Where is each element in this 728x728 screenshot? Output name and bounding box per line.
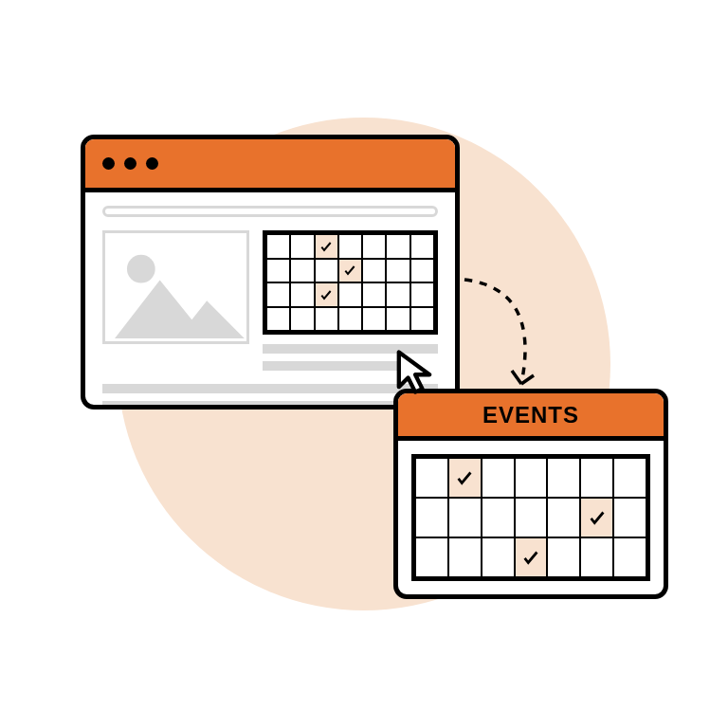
text-line bbox=[102, 384, 438, 393]
image-placeholder-icon bbox=[102, 230, 249, 344]
check-icon bbox=[449, 459, 481, 497]
window-control-dot[interactable] bbox=[124, 157, 136, 170]
events-panel: EVENTS bbox=[393, 389, 668, 599]
url-bar[interactable] bbox=[102, 206, 438, 217]
svg-marker-1 bbox=[115, 281, 245, 338]
events-calendar-grid[interactable] bbox=[411, 454, 650, 581]
mini-calendar[interactable] bbox=[263, 230, 438, 335]
window-control-dot[interactable] bbox=[102, 157, 115, 170]
check-icon bbox=[316, 235, 337, 258]
content-row bbox=[102, 230, 438, 371]
check-icon bbox=[581, 499, 612, 537]
text-line bbox=[102, 401, 438, 410]
check-icon bbox=[516, 538, 547, 576]
browser-titlebar bbox=[85, 139, 455, 192]
check-icon bbox=[316, 283, 337, 306]
text-line bbox=[263, 361, 399, 371]
window-control-dot[interactable] bbox=[146, 157, 158, 170]
check-icon bbox=[339, 260, 361, 282]
cursor-icon bbox=[389, 346, 440, 401]
placeholder-lines bbox=[102, 384, 438, 410]
events-title-label: EVENTS bbox=[482, 402, 579, 428]
svg-point-0 bbox=[127, 255, 155, 283]
